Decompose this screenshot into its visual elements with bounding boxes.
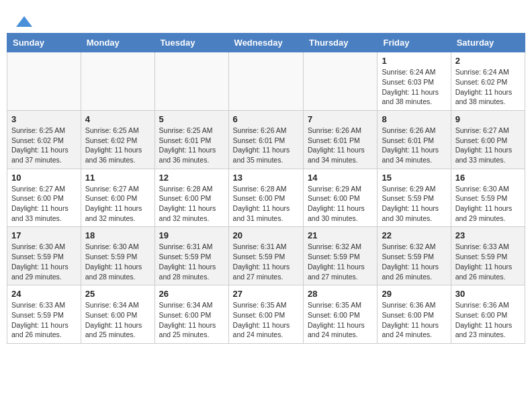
day-cell — [304, 52, 378, 111]
day-info: Sunrise: 6:24 AMSunset: 6:03 PMDaylight:… — [382, 67, 446, 107]
day-info: Sunrise: 6:26 AMSunset: 6:01 PMDaylight:… — [308, 126, 373, 165]
day-cell: 5Sunrise: 6:25 AMSunset: 6:01 PMDaylight… — [154, 110, 228, 169]
week-row-1: 1Sunrise: 6:24 AMSunset: 6:03 PMDaylight… — [7, 52, 525, 111]
day-cell: 14Sunrise: 6:29 AMSunset: 6:00 PMDayligh… — [304, 169, 378, 227]
day-number: 10 — [11, 173, 77, 183]
day-number: 20 — [233, 230, 299, 240]
weekday-header-tuesday: Tuesday — [154, 34, 228, 52]
day-cell: 8Sunrise: 6:26 AMSunset: 6:01 PMDaylight… — [378, 110, 451, 169]
weekday-header-row: SundayMondayTuesdayWednesdayThursdayFrid… — [7, 34, 525, 52]
day-info: Sunrise: 6:34 AMSunset: 6:00 PMDaylight:… — [159, 300, 224, 340]
day-cell: 1Sunrise: 6:24 AMSunset: 6:03 PMDaylight… — [378, 52, 451, 111]
svg-marker-0 — [16, 16, 32, 27]
day-number: 3 — [11, 114, 77, 124]
day-info: Sunrise: 6:30 AMSunset: 5:59 PMDaylight:… — [11, 242, 77, 281]
day-cell: 7Sunrise: 6:26 AMSunset: 6:01 PMDaylight… — [304, 110, 378, 169]
day-cell — [81, 52, 154, 111]
weekday-header-thursday: Thursday — [304, 34, 378, 52]
day-number: 13 — [233, 173, 299, 183]
day-info: Sunrise: 6:36 AMSunset: 6:00 PMDaylight:… — [382, 300, 446, 340]
day-cell: 21Sunrise: 6:32 AMSunset: 5:59 PMDayligh… — [304, 227, 378, 285]
day-info: Sunrise: 6:28 AMSunset: 6:00 PMDaylight:… — [159, 184, 224, 224]
day-number: 14 — [308, 173, 373, 183]
week-row-4: 17Sunrise: 6:30 AMSunset: 5:59 PMDayligh… — [7, 227, 525, 285]
day-cell: 4Sunrise: 6:25 AMSunset: 6:02 PMDaylight… — [81, 110, 154, 169]
week-row-3: 10Sunrise: 6:27 AMSunset: 6:00 PMDayligh… — [7, 169, 525, 227]
logo — [13, 13, 35, 30]
day-info: Sunrise: 6:25 AMSunset: 6:02 PMDaylight:… — [11, 126, 77, 165]
day-info: Sunrise: 6:27 AMSunset: 6:00 PMDaylight:… — [85, 184, 150, 224]
day-info: Sunrise: 6:30 AMSunset: 5:59 PMDaylight:… — [85, 242, 150, 281]
day-cell — [228, 52, 303, 111]
day-info: Sunrise: 6:35 AMSunset: 6:00 PMDaylight:… — [308, 300, 373, 340]
day-info: Sunrise: 6:34 AMSunset: 6:00 PMDaylight:… — [85, 300, 150, 340]
day-number: 2 — [455, 56, 521, 66]
day-cell: 26Sunrise: 6:34 AMSunset: 6:00 PMDayligh… — [154, 285, 228, 344]
day-cell: 18Sunrise: 6:30 AMSunset: 5:59 PMDayligh… — [81, 227, 154, 285]
day-cell — [154, 52, 228, 111]
day-number: 15 — [382, 173, 446, 183]
day-number: 4 — [85, 114, 150, 124]
day-info: Sunrise: 6:33 AMSunset: 5:59 PMDaylight:… — [455, 242, 521, 281]
day-number: 28 — [308, 289, 373, 299]
day-info: Sunrise: 6:35 AMSunset: 6:00 PMDaylight:… — [233, 300, 299, 340]
day-number: 27 — [233, 289, 299, 299]
day-info: Sunrise: 6:27 AMSunset: 6:00 PMDaylight:… — [11, 184, 77, 224]
weekday-header-sunday: Sunday — [7, 34, 81, 52]
day-number: 7 — [308, 114, 373, 124]
day-number: 29 — [382, 289, 446, 299]
day-number: 5 — [159, 114, 224, 124]
day-info: Sunrise: 6:24 AMSunset: 6:02 PMDaylight:… — [455, 67, 521, 107]
day-number: 21 — [308, 230, 373, 240]
day-number: 1 — [382, 56, 446, 66]
day-number: 30 — [455, 289, 521, 299]
day-number: 24 — [11, 289, 77, 299]
day-number: 23 — [455, 230, 521, 240]
day-cell: 24Sunrise: 6:33 AMSunset: 5:59 PMDayligh… — [7, 285, 81, 344]
day-cell: 19Sunrise: 6:31 AMSunset: 5:59 PMDayligh… — [154, 227, 228, 285]
day-info: Sunrise: 6:26 AMSunset: 6:01 PMDaylight:… — [382, 126, 446, 165]
day-info: Sunrise: 6:31 AMSunset: 5:59 PMDaylight:… — [159, 242, 224, 281]
day-cell: 23Sunrise: 6:33 AMSunset: 5:59 PMDayligh… — [451, 227, 525, 285]
day-info: Sunrise: 6:36 AMSunset: 6:00 PMDaylight:… — [455, 300, 521, 340]
day-number: 11 — [85, 173, 150, 183]
day-number: 18 — [85, 230, 150, 240]
weekday-header-friday: Friday — [378, 34, 451, 52]
day-info: Sunrise: 6:29 AMSunset: 5:59 PMDaylight:… — [382, 184, 446, 224]
day-number: 26 — [159, 289, 224, 299]
day-cell: 29Sunrise: 6:36 AMSunset: 6:00 PMDayligh… — [378, 285, 451, 344]
day-cell: 11Sunrise: 6:27 AMSunset: 6:00 PMDayligh… — [81, 169, 154, 227]
day-info: Sunrise: 6:25 AMSunset: 6:02 PMDaylight:… — [85, 126, 150, 165]
day-number: 25 — [85, 289, 150, 299]
day-cell: 17Sunrise: 6:30 AMSunset: 5:59 PMDayligh… — [7, 227, 81, 285]
day-info: Sunrise: 6:29 AMSunset: 6:00 PMDaylight:… — [308, 184, 373, 224]
day-cell: 27Sunrise: 6:35 AMSunset: 6:00 PMDayligh… — [228, 285, 303, 344]
day-info: Sunrise: 6:28 AMSunset: 6:00 PMDaylight:… — [233, 184, 299, 224]
day-cell: 22Sunrise: 6:32 AMSunset: 5:59 PMDayligh… — [378, 227, 451, 285]
day-cell: 13Sunrise: 6:28 AMSunset: 6:00 PMDayligh… — [228, 169, 303, 227]
day-cell: 15Sunrise: 6:29 AMSunset: 5:59 PMDayligh… — [378, 169, 451, 227]
day-number: 9 — [455, 114, 521, 124]
calendar: SundayMondayTuesdayWednesdayThursdayFrid… — [7, 33, 525, 344]
day-info: Sunrise: 6:30 AMSunset: 5:59 PMDaylight:… — [455, 184, 521, 224]
day-cell — [7, 52, 81, 111]
calendar-wrapper: SundayMondayTuesdayWednesdayThursdayFrid… — [0, 33, 532, 351]
day-cell: 30Sunrise: 6:36 AMSunset: 6:00 PMDayligh… — [451, 285, 525, 344]
week-row-5: 24Sunrise: 6:33 AMSunset: 5:59 PMDayligh… — [7, 285, 525, 344]
day-number: 19 — [159, 230, 224, 240]
day-cell: 2Sunrise: 6:24 AMSunset: 6:02 PMDaylight… — [451, 52, 525, 111]
day-info: Sunrise: 6:31 AMSunset: 5:59 PMDaylight:… — [233, 242, 299, 281]
weekday-header-saturday: Saturday — [451, 34, 525, 52]
logo-text — [13, 13, 35, 30]
week-row-2: 3Sunrise: 6:25 AMSunset: 6:02 PMDaylight… — [7, 110, 525, 169]
day-number: 12 — [159, 173, 224, 183]
day-cell: 3Sunrise: 6:25 AMSunset: 6:02 PMDaylight… — [7, 110, 81, 169]
day-info: Sunrise: 6:25 AMSunset: 6:01 PMDaylight:… — [159, 126, 224, 165]
day-cell: 28Sunrise: 6:35 AMSunset: 6:00 PMDayligh… — [304, 285, 378, 344]
day-cell: 16Sunrise: 6:30 AMSunset: 5:59 PMDayligh… — [451, 169, 525, 227]
day-cell: 10Sunrise: 6:27 AMSunset: 6:00 PMDayligh… — [7, 169, 81, 227]
day-number: 22 — [382, 230, 446, 240]
header — [0, 0, 532, 33]
day-cell: 20Sunrise: 6:31 AMSunset: 5:59 PMDayligh… — [228, 227, 303, 285]
day-number: 17 — [11, 230, 77, 240]
